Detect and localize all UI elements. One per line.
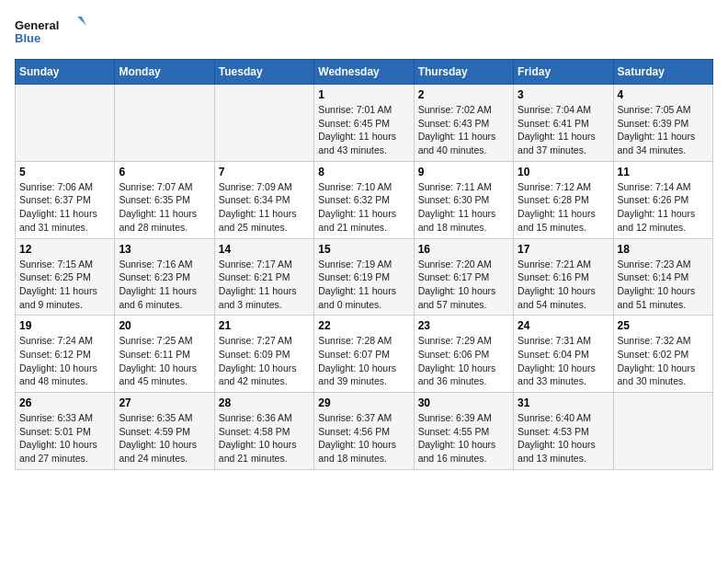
calendar-cell: 28Sunrise: 6:36 AM Sunset: 4:58 PM Dayli… <box>214 393 313 470</box>
calendar-cell: 18Sunrise: 7:23 AM Sunset: 6:14 PM Dayli… <box>613 238 712 316</box>
calendar-cell: 6Sunrise: 7:07 AM Sunset: 6:35 PM Daylig… <box>115 161 214 238</box>
day-info: Sunrise: 7:19 AM Sunset: 6:19 PM Dayligh… <box>318 258 409 312</box>
day-number: 28 <box>219 396 310 409</box>
day-number: 20 <box>119 319 210 332</box>
day-number: 12 <box>19 243 110 256</box>
calendar-cell: 24Sunrise: 7:31 AM Sunset: 6:04 PM Dayli… <box>514 316 613 393</box>
calendar-cell <box>613 393 712 470</box>
svg-marker-2 <box>77 17 86 26</box>
calendar-cell: 8Sunrise: 7:10 AM Sunset: 6:32 PM Daylig… <box>314 161 414 238</box>
day-info: Sunrise: 7:09 AM Sunset: 6:34 PM Dayligh… <box>219 180 310 235</box>
calendar-cell: 20Sunrise: 7:25 AM Sunset: 6:11 PM Dayli… <box>115 316 214 393</box>
day-info: Sunrise: 7:25 AM Sunset: 6:11 PM Dayligh… <box>119 334 210 388</box>
day-number: 10 <box>518 166 609 178</box>
calendar-cell: 25Sunrise: 7:32 AM Sunset: 6:02 PM Dayli… <box>613 316 712 393</box>
day-info: Sunrise: 7:01 AM Sunset: 6:45 PM Dayligh… <box>318 103 409 157</box>
calendar-cell: 1Sunrise: 7:01 AM Sunset: 6:45 PM Daylig… <box>314 85 414 162</box>
weekday-header: Thursday <box>414 60 513 85</box>
logo: General Blue <box>15 15 88 48</box>
calendar-cell <box>16 85 115 162</box>
day-number: 17 <box>518 243 609 256</box>
day-number: 5 <box>19 166 110 178</box>
day-info: Sunrise: 7:29 AM Sunset: 6:06 PM Dayligh… <box>418 334 509 388</box>
page-header: General Blue <box>15 15 713 48</box>
day-info: Sunrise: 7:16 AM Sunset: 6:23 PM Dayligh… <box>119 258 210 312</box>
day-info: Sunrise: 6:35 AM Sunset: 4:59 PM Dayligh… <box>119 411 210 465</box>
calendar-week-row: 1Sunrise: 7:01 AM Sunset: 6:45 PM Daylig… <box>16 85 713 162</box>
calendar-table: SundayMondayTuesdayWednesdayThursdayFrid… <box>15 59 713 470</box>
day-info: Sunrise: 7:14 AM Sunset: 6:26 PM Dayligh… <box>618 180 709 235</box>
calendar-cell <box>115 85 214 162</box>
weekday-header: Saturday <box>613 60 712 85</box>
weekday-header: Sunday <box>16 60 115 85</box>
day-number: 6 <box>119 166 210 178</box>
calendar-cell: 26Sunrise: 6:33 AM Sunset: 5:01 PM Dayli… <box>16 393 115 470</box>
calendar-cell: 29Sunrise: 6:37 AM Sunset: 4:56 PM Dayli… <box>314 393 414 470</box>
day-info: Sunrise: 7:23 AM Sunset: 6:14 PM Dayligh… <box>618 258 709 312</box>
day-number: 14 <box>219 243 310 256</box>
weekday-header-row: SundayMondayTuesdayWednesdayThursdayFrid… <box>16 60 713 85</box>
day-number: 1 <box>318 88 409 101</box>
day-number: 3 <box>518 88 609 101</box>
calendar-cell: 22Sunrise: 7:28 AM Sunset: 6:07 PM Dayli… <box>314 316 414 393</box>
day-info: Sunrise: 7:28 AM Sunset: 6:07 PM Dayligh… <box>318 334 409 388</box>
day-info: Sunrise: 7:10 AM Sunset: 6:32 PM Dayligh… <box>318 180 409 235</box>
day-info: Sunrise: 7:20 AM Sunset: 6:17 PM Dayligh… <box>418 258 509 312</box>
weekday-header: Wednesday <box>314 60 414 85</box>
day-info: Sunrise: 7:04 AM Sunset: 6:41 PM Dayligh… <box>518 103 609 157</box>
calendar-cell: 12Sunrise: 7:15 AM Sunset: 6:25 PM Dayli… <box>16 238 115 316</box>
day-number: 8 <box>318 166 409 178</box>
day-info: Sunrise: 7:31 AM Sunset: 6:04 PM Dayligh… <box>518 334 609 388</box>
calendar-cell: 9Sunrise: 7:11 AM Sunset: 6:30 PM Daylig… <box>414 161 513 238</box>
svg-text:Blue: Blue <box>15 31 40 45</box>
day-number: 15 <box>318 243 409 256</box>
day-info: Sunrise: 6:36 AM Sunset: 4:58 PM Dayligh… <box>219 411 310 465</box>
svg-text:General: General <box>15 18 59 32</box>
day-number: 21 <box>219 319 310 332</box>
calendar-cell: 10Sunrise: 7:12 AM Sunset: 6:28 PM Dayli… <box>514 161 613 238</box>
calendar-cell: 4Sunrise: 7:05 AM Sunset: 6:39 PM Daylig… <box>613 85 712 162</box>
day-number: 25 <box>618 319 709 332</box>
weekday-header: Monday <box>115 60 214 85</box>
day-number: 30 <box>418 396 509 409</box>
weekday-header: Tuesday <box>214 60 313 85</box>
day-info: Sunrise: 7:07 AM Sunset: 6:35 PM Dayligh… <box>119 180 210 235</box>
day-info: Sunrise: 7:12 AM Sunset: 6:28 PM Dayligh… <box>518 180 609 235</box>
calendar-cell: 7Sunrise: 7:09 AM Sunset: 6:34 PM Daylig… <box>214 161 313 238</box>
day-info: Sunrise: 7:06 AM Sunset: 6:37 PM Dayligh… <box>19 180 110 235</box>
calendar-cell: 2Sunrise: 7:02 AM Sunset: 6:43 PM Daylig… <box>414 85 513 162</box>
day-number: 24 <box>518 319 609 332</box>
day-info: Sunrise: 7:15 AM Sunset: 6:25 PM Dayligh… <box>19 258 110 312</box>
calendar-cell: 27Sunrise: 6:35 AM Sunset: 4:59 PM Dayli… <box>115 393 214 470</box>
day-info: Sunrise: 7:32 AM Sunset: 6:02 PM Dayligh… <box>618 334 709 388</box>
calendar-week-row: 19Sunrise: 7:24 AM Sunset: 6:12 PM Dayli… <box>16 316 713 393</box>
logo-icon: General Blue <box>15 15 88 48</box>
day-number: 18 <box>618 243 709 256</box>
day-number: 19 <box>19 319 110 332</box>
calendar-week-row: 12Sunrise: 7:15 AM Sunset: 6:25 PM Dayli… <box>16 238 713 316</box>
calendar-cell: 5Sunrise: 7:06 AM Sunset: 6:37 PM Daylig… <box>16 161 115 238</box>
day-info: Sunrise: 7:27 AM Sunset: 6:09 PM Dayligh… <box>219 334 310 388</box>
calendar-cell: 17Sunrise: 7:21 AM Sunset: 6:16 PM Dayli… <box>514 238 613 316</box>
day-number: 23 <box>418 319 509 332</box>
calendar-cell: 19Sunrise: 7:24 AM Sunset: 6:12 PM Dayli… <box>16 316 115 393</box>
calendar-cell: 30Sunrise: 6:39 AM Sunset: 4:55 PM Dayli… <box>414 393 513 470</box>
day-number: 26 <box>19 396 110 409</box>
calendar-week-row: 26Sunrise: 6:33 AM Sunset: 5:01 PM Dayli… <box>16 393 713 470</box>
day-info: Sunrise: 6:40 AM Sunset: 4:53 PM Dayligh… <box>518 411 609 465</box>
day-number: 29 <box>318 396 409 409</box>
calendar-week-row: 5Sunrise: 7:06 AM Sunset: 6:37 PM Daylig… <box>16 161 713 238</box>
day-number: 16 <box>418 243 509 256</box>
day-info: Sunrise: 7:02 AM Sunset: 6:43 PM Dayligh… <box>418 103 509 157</box>
day-info: Sunrise: 7:24 AM Sunset: 6:12 PM Dayligh… <box>19 334 110 388</box>
calendar-cell: 16Sunrise: 7:20 AM Sunset: 6:17 PM Dayli… <box>414 238 513 316</box>
calendar-cell: 31Sunrise: 6:40 AM Sunset: 4:53 PM Dayli… <box>514 393 613 470</box>
calendar-cell: 3Sunrise: 7:04 AM Sunset: 6:41 PM Daylig… <box>514 85 613 162</box>
calendar-cell: 14Sunrise: 7:17 AM Sunset: 6:21 PM Dayli… <box>214 238 313 316</box>
day-info: Sunrise: 6:33 AM Sunset: 5:01 PM Dayligh… <box>19 411 110 465</box>
day-info: Sunrise: 7:05 AM Sunset: 6:39 PM Dayligh… <box>618 103 709 157</box>
day-number: 11 <box>618 166 709 178</box>
day-info: Sunrise: 7:21 AM Sunset: 6:16 PM Dayligh… <box>518 258 609 312</box>
calendar-cell: 11Sunrise: 7:14 AM Sunset: 6:26 PM Dayli… <box>613 161 712 238</box>
day-number: 22 <box>318 319 409 332</box>
